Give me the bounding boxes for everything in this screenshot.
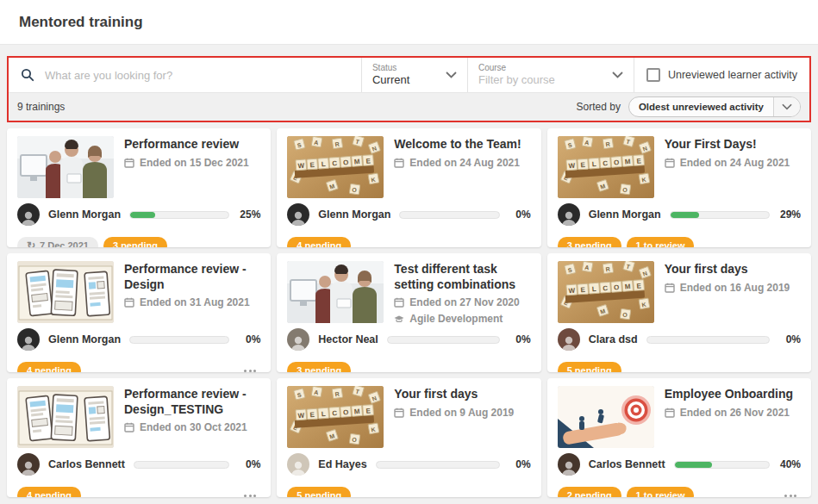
training-card[interactable]: S A R T N E M O K W E L C O M E Welcome … — [277, 128, 540, 247]
badges: 2 pending1 to review — [558, 487, 695, 497]
training-card[interactable]: S A R T N E M O K W E L C O M E Your fir… — [547, 253, 811, 372]
svg-text:M: M — [624, 283, 631, 290]
calendar-icon — [665, 408, 675, 418]
training-card[interactable]: Test different task setting combinations… — [277, 253, 540, 372]
mentor-name: Ed Hayes — [318, 458, 366, 470]
training-title[interactable]: Performance review - Design_TESTING — [124, 387, 260, 417]
card-info: Performance review - Design_TESTING Ende… — [124, 386, 260, 448]
training-title[interactable]: Performance review - Design — [124, 262, 260, 292]
history-icon: ↻ — [27, 240, 35, 247]
progress-percent: 0% — [777, 333, 801, 345]
status-filter-label: Status — [372, 63, 409, 74]
training-title[interactable]: Performance review — [124, 137, 249, 152]
card-info: Welcome to the Team! Ended on 24 Aug 202… — [394, 136, 521, 198]
pending-badge: 4 pending — [17, 362, 81, 372]
course-filter-dropdown[interactable]: Course Filter by course — [468, 58, 634, 92]
training-title[interactable]: Your first days — [665, 262, 790, 277]
training-title[interactable]: Test different task setting combinations — [394, 262, 530, 292]
progress-percent: 25% — [236, 208, 260, 221]
pending-badge: 3 pending — [287, 362, 351, 372]
badge-label: 4 pending — [27, 490, 72, 497]
more-options-button[interactable] — [780, 489, 801, 498]
more-options-button[interactable] — [240, 364, 260, 373]
mentor-row: Glenn Morgan 0% — [287, 198, 530, 231]
search-box[interactable] — [9, 58, 361, 92]
badges: 4 pending — [17, 487, 81, 497]
mentor-avatar — [287, 203, 309, 226]
badges: 4 pending — [287, 237, 351, 247]
calendar-icon — [394, 158, 404, 168]
pending-badge: 3 pending — [558, 237, 621, 247]
progress-bar — [399, 211, 499, 219]
training-title[interactable]: Your First Days! — [665, 137, 790, 152]
training-title[interactable]: Your first days — [394, 387, 514, 402]
last-activity-badge: ↻7 Dec 2021 — [17, 237, 98, 247]
sorted-by-control: Sorted by Oldest unreviewed activity — [577, 96, 801, 117]
welcome-tiles-photo: S A R T N E M O K W E L C O M E — [287, 386, 384, 448]
calendar-icon — [665, 283, 675, 293]
search-input[interactable] — [43, 68, 349, 83]
status-filter-dropdown[interactable]: Status Current — [362, 58, 467, 92]
sort-dropdown[interactable]: Oldest unreviewed activity — [628, 96, 801, 117]
mentor-avatar — [17, 203, 40, 226]
sort-value: Oldest unreviewed activity — [629, 102, 773, 112]
unreviewed-activity-label: Unreviewed learner activity — [668, 69, 797, 81]
unreviewed-activity-checkbox[interactable] — [646, 68, 660, 82]
progress: 40% — [674, 458, 801, 470]
svg-text:R: R — [605, 266, 610, 273]
card-info: Your first days Ended on 16 Aug 2019 — [665, 261, 790, 323]
progress-bar — [129, 211, 229, 219]
card-footer: 4 pending — [17, 481, 260, 497]
svg-text:W: W — [568, 287, 576, 296]
training-card[interactable]: Employee Onboarding Ended on 26 Nov 2021 — [547, 378, 811, 497]
ended-date-text: Ended on 24 Aug 2021 — [409, 157, 520, 169]
target-illustration — [558, 386, 654, 448]
course-filter-placeholder: Filter by course — [478, 73, 555, 87]
svg-text:M: M — [354, 408, 361, 415]
pending-badge: 1 to review — [627, 487, 695, 497]
svg-text:C: C — [332, 159, 338, 167]
card-info: Your First Days! Ended on 24 Aug 2021 — [665, 136, 790, 198]
svg-text:R: R — [334, 141, 340, 148]
wireframe-photo — [17, 261, 114, 323]
training-cards-grid: Performance review Ended on 15 Dec 2021 — [7, 128, 811, 497]
mentor-name: Glenn Morgan — [48, 333, 121, 345]
svg-text:L: L — [322, 160, 327, 168]
training-card[interactable]: S A R T N E M O K W E L C O M E Your fir… — [277, 378, 540, 497]
mentor-name: Carlos Bennett — [48, 458, 125, 470]
badge-label: 1 to review — [636, 240, 685, 247]
more-options-button[interactable] — [240, 489, 260, 498]
svg-text:W: W — [298, 162, 306, 171]
card-footer: 4 pending — [17, 356, 260, 372]
training-card[interactable]: S A R T N E M O K W E L C O M E Your Fir… — [547, 128, 811, 247]
mentor-avatar — [558, 203, 580, 226]
progress: 0% — [387, 333, 531, 345]
search-icon — [21, 68, 34, 82]
ended-date-text: Ended on 24 Aug 2021 — [680, 157, 790, 169]
pending-badge: 2 pending — [558, 487, 621, 497]
card-footer: ↻7 Dec 20213 pending — [17, 231, 260, 247]
unreviewed-activity-filter[interactable]: Unreviewed learner activity — [634, 58, 809, 92]
card-footer: 4 pending — [287, 231, 530, 247]
svg-text:O: O — [613, 159, 619, 166]
filter-bar: Status Current Course Filter by course U… — [9, 58, 809, 92]
ended-date-row: Ended on 9 Aug 2019 — [394, 407, 514, 419]
svg-text:W: W — [568, 162, 576, 171]
card-footer: 5 pending — [287, 481, 530, 497]
ended-date-row: Ended on 16 Aug 2019 — [665, 282, 790, 294]
results-count: 9 trainings — [17, 101, 65, 113]
svg-text:C: C — [603, 284, 609, 292]
card-top: Performance review - Design Ended on 31 … — [17, 261, 260, 323]
office-photo — [17, 136, 114, 198]
pending-badge: 4 pending — [287, 237, 351, 247]
badge-label: 7 Dec 2021 — [40, 240, 89, 247]
training-title[interactable]: Welcome to the Team! — [394, 137, 521, 152]
training-card[interactable]: Performance review Ended on 15 Dec 2021 — [7, 128, 271, 247]
training-card[interactable]: Performance review - Design Ended on 31 … — [7, 253, 271, 372]
progress-percent: 0% — [236, 458, 260, 470]
training-title[interactable]: Employee Onboarding — [665, 387, 793, 402]
mentor-name: Glenn Morgan — [318, 208, 390, 221]
card-info: Performance review - Design Ended on 31 … — [124, 261, 260, 323]
training-card[interactable]: Performance review - Design_TESTING Ende… — [7, 378, 271, 497]
badge-label: 1 to review — [636, 490, 685, 497]
